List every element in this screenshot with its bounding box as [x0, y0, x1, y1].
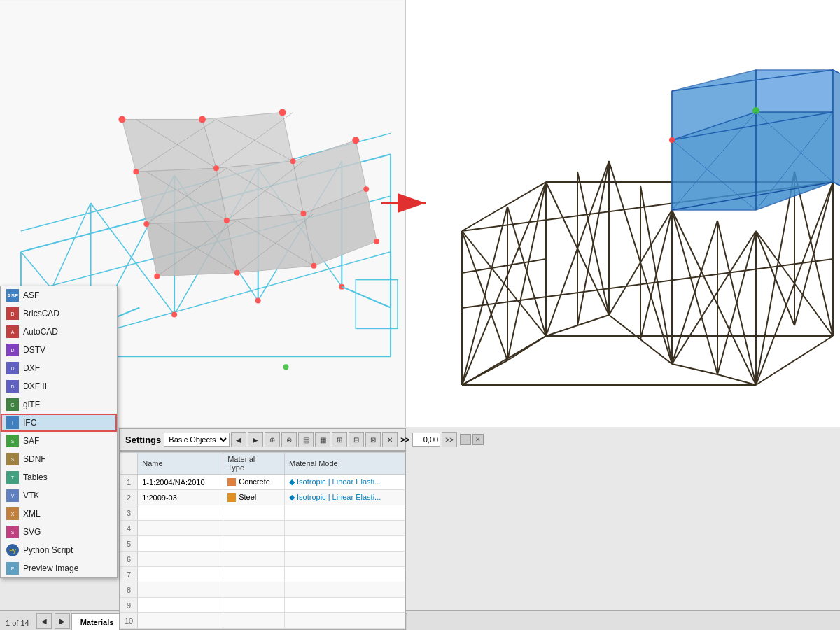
row-material-mode-5 [284, 552, 405, 567]
python-icon: Py [6, 544, 19, 556]
menu-label-tables: Tables [23, 472, 48, 482]
bricscad-icon: B [6, 307, 19, 320]
menu-item-ifc[interactable]: IIFC [1, 414, 117, 432]
row-name-9 [138, 613, 223, 629]
svg-point-42 [118, 115, 125, 122]
menu-item-autocad[interactable]: AAutoCAD [1, 323, 117, 341]
row-material-type-0: Concrete [223, 475, 285, 490]
row-material-type-9 [223, 613, 285, 629]
row-name-5 [138, 552, 223, 567]
menu-label-dxf: DXF [23, 363, 40, 373]
row-material-type-5 [223, 552, 285, 567]
row-material-mode-3 [284, 521, 405, 536]
tool-btn-6[interactable]: ⊟ [349, 432, 364, 447]
row-material-mode-8 [284, 598, 405, 613]
menu-item-preview[interactable]: PPreview Image [1, 559, 117, 578]
menu-item-asf[interactable]: ASFASF [1, 286, 117, 304]
svg-point-53 [374, 239, 379, 244]
menu-label-dstv: DSTV [23, 345, 46, 355]
table-row: 5 [120, 536, 405, 552]
svg-point-47 [214, 165, 219, 171]
close-btn[interactable]: ✕ [472, 434, 484, 445]
row-material-type-4 [223, 536, 285, 552]
settings-panel-header: Settings Basic Objects ◀ ▶ ⊕ ⊗ ▤ ▦ ⊞ ⊟ ⊠… [119, 428, 406, 451]
menu-item-gltf[interactable]: GglTF [1, 396, 117, 414]
asf-icon: ASF [6, 289, 19, 302]
menu-item-dxf[interactable]: DDXF [1, 359, 117, 377]
svg-point-54 [154, 274, 160, 279]
row-name-1: 1:2009-03 [138, 490, 223, 505]
menu-label-preview: Preview Image [23, 564, 78, 573]
menu-item-vtk[interactable]: VVTK [1, 486, 117, 505]
table-row: 6 [120, 552, 405, 567]
dxf2-icon: D [6, 380, 19, 393]
svg-point-133 [752, 107, 760, 114]
dstv-icon: D [6, 344, 19, 356]
value-input[interactable] [412, 433, 440, 447]
menu-item-saf[interactable]: SSAF [1, 432, 117, 450]
row-name-2 [138, 505, 223, 521]
menu-item-dstv[interactable]: DDSTV [1, 341, 117, 359]
tab-materials[interactable]: Materials [71, 613, 123, 630]
menu-label-saf: SAF [23, 436, 39, 446]
basic-objects-dropdown[interactable]: Basic Objects [164, 433, 230, 447]
minimize-btn[interactable]: ─ [460, 434, 471, 445]
page-prev-btn[interactable]: ◀ [36, 613, 52, 629]
row-material-mode-4 [284, 536, 405, 552]
svg-point-62 [284, 364, 289, 370]
tool-btn-5[interactable]: ⊞ [332, 432, 347, 447]
menu-item-python[interactable]: PyPython Script [1, 541, 117, 559]
menu-label-svg: SVG [23, 527, 41, 537]
row-material-type-3 [223, 521, 285, 536]
page-next-btn[interactable]: ▶ [55, 613, 70, 629]
menu-item-dxf2[interactable]: DDXF II [1, 377, 117, 396]
row-material-type-6 [223, 567, 285, 582]
row-material-type-7 [223, 582, 285, 598]
settings-title: Settings [125, 435, 161, 445]
row-material-type-2 [223, 505, 285, 521]
col-name-header: Name [138, 453, 223, 475]
menu-item-bricscad[interactable]: BBricsCAD [1, 304, 117, 323]
row-num-2: 3 [120, 505, 138, 521]
row-num-7: 8 [120, 582, 138, 598]
row-name-3 [138, 521, 223, 536]
vtk-icon: V [6, 489, 19, 502]
material-mode-text-0: ◆ Isotropic | Linear Elasti... [289, 477, 381, 486]
svg-point-45 [352, 136, 359, 144]
viewport-arrow [378, 189, 434, 217]
menu-label-python: Python Script [23, 545, 73, 555]
row-num-1: 2 [120, 490, 138, 505]
tool-btn-8[interactable]: ✕ [382, 432, 398, 447]
material-dot-0 [227, 478, 236, 486]
main-container: ASFASFBBricsCADAAutoCADDDSTVDDXFDDXF IIG… [0, 0, 840, 630]
tables-icon: T [6, 471, 19, 484]
menu-item-tables[interactable]: TTables [1, 468, 117, 486]
row-num-5: 6 [120, 552, 138, 567]
next-btn[interactable]: ▶ [248, 432, 263, 447]
svg-point-46 [133, 169, 139, 174]
menu-item-xml[interactable]: XXML [1, 505, 117, 523]
menu-item-svg[interactable]: SSVG [1, 523, 117, 541]
right-viewport [406, 0, 840, 427]
menu-label-ifc: IFC [23, 418, 36, 428]
table-row: 4 [120, 521, 405, 536]
tool-btn-4[interactable]: ▦ [315, 432, 330, 447]
tool-btn-1[interactable]: ⊕ [265, 432, 280, 447]
prev-btn[interactable]: ◀ [231, 432, 246, 447]
svg-point-58 [255, 298, 261, 304]
right-model-svg [406, 0, 840, 427]
more-btn[interactable]: >> [442, 432, 457, 447]
table-row: 11-1:2004/NA:2010Concrete◆ Isotropic | L… [120, 475, 405, 490]
menu-item-sdnf[interactable]: SSDNF [1, 450, 117, 468]
svg-point-44 [279, 109, 286, 116]
gltf-icon: G [6, 398, 19, 411]
input-prefix: >> [399, 435, 411, 444]
tool-btn-7[interactable]: ⊠ [365, 432, 381, 447]
row-material-type-1: Steel [223, 490, 285, 505]
tool-btn-2[interactable]: ⊗ [281, 432, 297, 447]
svg-point-57 [172, 312, 177, 318]
table-row: 8 [120, 582, 405, 598]
row-num-3: 4 [120, 521, 138, 536]
tool-btn-3[interactable]: ▤ [298, 432, 314, 447]
settings-toolbar: Basic Objects ◀ ▶ ⊕ ⊗ ▤ ▦ ⊞ ⊟ ⊠ ✕ >> >> [164, 432, 457, 447]
